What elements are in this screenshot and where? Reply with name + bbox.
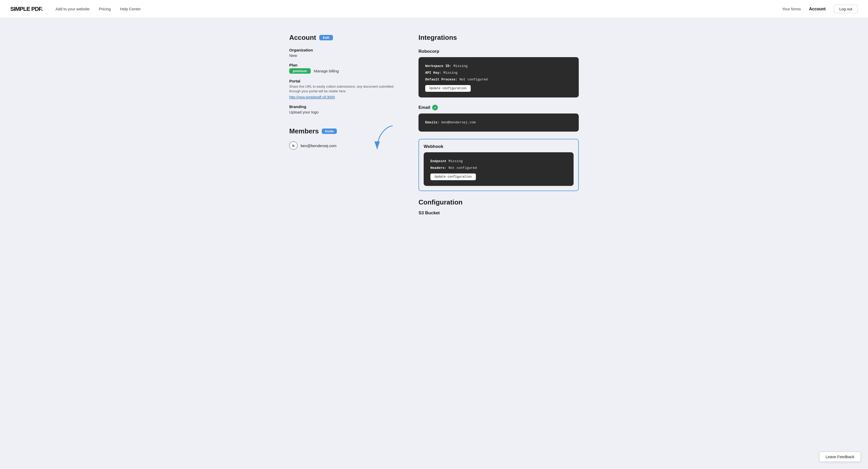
plan-field: Plan premium Manage billing <box>289 63 398 74</box>
premium-badge: premium <box>289 68 311 74</box>
nav-link-pricing[interactable]: Pricing <box>99 7 111 11</box>
member-email: ben@bendersej.com <box>301 144 337 148</box>
webhook-endpoint-value: Missing <box>448 159 463 163</box>
robocorp-api-key: API Key: Missing <box>425 69 572 76</box>
organization-label: Organization <box>289 48 398 52</box>
nav-account[interactable]: Account <box>809 7 826 11</box>
account-section-title: Account Edit <box>289 34 398 42</box>
right-column: Integrations Robocorp Workspace ID: Miss… <box>418 34 579 216</box>
robocorp-workspace-id-value: Missing <box>454 64 468 68</box>
webhook-endpoint-row: Endpoint Missing <box>430 158 567 165</box>
robocorp-card: Workspace ID: Missing API Key: Missing D… <box>418 57 579 97</box>
webhook-section: Webhook Endpoint Missing Headers: Not co… <box>418 139 579 191</box>
main-content: Account Edit Organization New Plan premi… <box>279 34 589 216</box>
webhook-headers-row: Headers: Not configured <box>430 165 567 171</box>
invite-badge[interactable]: Invite <box>322 128 337 134</box>
robocorp-api-key-value: Missing <box>443 71 458 75</box>
portal-label: Portal <box>289 79 398 83</box>
email-card: Emails: ben@bendersej.com <box>418 114 579 132</box>
branding-label: Branding <box>289 104 398 109</box>
robocorp-workspace-id: Workspace ID: Missing <box>425 63 572 69</box>
integrations-title: Integrations <box>418 34 579 42</box>
members-title-row: Members Invite <box>289 127 398 135</box>
nav-your-forms[interactable]: Your forms <box>782 7 801 11</box>
portal-url-link[interactable]: http://new.simplepdf.nil:3000 <box>289 95 398 99</box>
email-field-row: Emails: ben@bendersej.com <box>425 119 572 126</box>
email-section: Email ✓ Emails: ben@bendersej.com <box>418 105 579 132</box>
webhook-headers-value: Not configured <box>448 166 477 170</box>
nav-links: Add to your website Pricing Help Center <box>56 7 782 11</box>
s3-bucket-title: S3 Bucket <box>418 211 579 216</box>
robocorp-default-process: Default Process: Not configured <box>425 76 572 83</box>
portal-description: Share this URL to easily collect submiss… <box>289 84 398 94</box>
configuration-title: Configuration <box>418 198 579 206</box>
branding-field: Branding Upload your logo <box>289 104 398 114</box>
robocorp-update-btn[interactable]: Update configuration <box>425 85 471 92</box>
account-title-text: Account <box>289 34 316 42</box>
branding-value: Upload your logo <box>289 110 398 114</box>
left-column: Account Edit Organization New Plan premi… <box>289 34 398 216</box>
webhook-card: Endpoint Missing Headers: Not configured… <box>424 152 574 186</box>
webhook-update-btn[interactable]: Update configuration <box>430 174 476 180</box>
portal-field: Portal Share this URL to easily collect … <box>289 79 398 99</box>
members-section: Members Invite b ben@bendersej.com <box>289 127 398 150</box>
webhook-title: Webhook <box>424 144 574 149</box>
manage-billing-link[interactable]: Manage billing <box>314 69 339 73</box>
email-value: ben@bendersej.com <box>441 121 476 124</box>
robocorp-section: Robocorp Workspace ID: Missing API Key: … <box>418 49 579 97</box>
leave-feedback-button[interactable]: Leave Feedback <box>819 452 861 462</box>
logo[interactable]: SIMPLE PDF. <box>10 6 43 12</box>
nav-link-help-center[interactable]: Help Center <box>120 7 141 11</box>
nav-right: Your forms Account Log out <box>782 5 858 13</box>
configuration-section: Configuration S3 Bucket <box>418 198 579 216</box>
member-avatar: b <box>289 142 298 150</box>
navbar: SIMPLE PDF. Add to your website Pricing … <box>0 0 868 18</box>
edit-badge[interactable]: Edit <box>319 35 333 40</box>
email-title-row: Email ✓ <box>418 105 579 111</box>
email-check-icon: ✓ <box>432 105 438 111</box>
members-title-text: Members <box>289 127 319 135</box>
robocorp-title: Robocorp <box>418 49 579 54</box>
nav-link-add-to-website[interactable]: Add to your website <box>56 7 90 11</box>
plan-row: premium Manage billing <box>289 68 398 74</box>
plan-label: Plan <box>289 63 398 67</box>
organization-value: New <box>289 53 398 58</box>
logout-button[interactable]: Log out <box>834 5 858 13</box>
robocorp-default-process-value: Not configured <box>460 77 488 82</box>
organization-field: Organization New <box>289 48 398 58</box>
member-row: b ben@bendersej.com <box>289 142 398 150</box>
